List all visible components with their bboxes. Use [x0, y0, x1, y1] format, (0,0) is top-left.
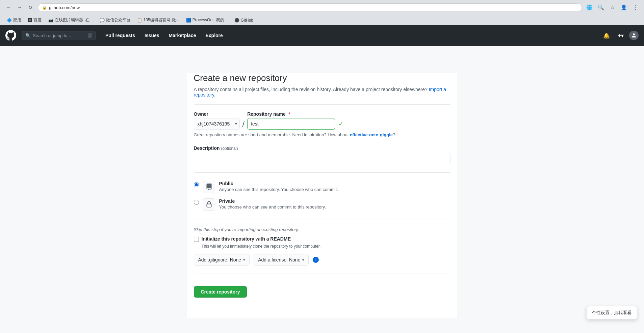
description-section: Description (optional): [194, 145, 450, 164]
init-readme-label: Initialize this repository with a README: [202, 236, 291, 242]
repo-name-input[interactable]: [247, 118, 335, 130]
floating-toast[interactable]: 个性设置，点我看看: [586, 306, 637, 320]
public-icon: [203, 181, 215, 193]
visibility-section: Public Anyone can see this repository. Y…: [194, 181, 450, 211]
owner-repo-row: Owner xhj1074376195 / Repository name *: [194, 111, 450, 130]
repo-name-hint: Great repository names are short and mem…: [194, 132, 450, 137]
private-info: Private You choose who can see and commi…: [219, 198, 326, 210]
private-icon: [203, 198, 215, 211]
search-keyboard-shortcut: /: [88, 33, 92, 38]
header-actions: 🔔 +▾: [600, 31, 639, 40]
private-title: Private: [219, 198, 326, 204]
private-desc: You choose who can see and commit to thi…: [219, 204, 326, 210]
bookmark-135editor[interactable]: 📋 135编辑器官网-微...: [134, 17, 182, 24]
create-repository-button[interactable]: Create repository: [194, 286, 247, 298]
notifications-button[interactable]: 🔔: [600, 31, 613, 40]
nav-issues[interactable]: Issues: [140, 30, 163, 41]
public-desc: Anyone can see this repository. You choo…: [219, 187, 338, 192]
github-header: 🔍 Search or jump to... / Pull requests I…: [0, 25, 644, 46]
page-title: Create a new repository: [194, 73, 450, 83]
license-arrow: ▾: [302, 258, 304, 262]
section-divider-3: [194, 274, 450, 274]
extra-options: Add .gitignore: None ▾ Add a license: No…: [194, 254, 450, 266]
nav-pull-requests[interactable]: Pull requests: [101, 30, 139, 41]
address-text: github.com/new: [49, 5, 577, 10]
new-item-button[interactable]: +▾: [615, 31, 626, 40]
bookmark-baidu[interactable]: 🅱 百度: [25, 17, 44, 24]
owner-label: Owner: [194, 111, 240, 117]
valid-checkmark: ✓: [338, 120, 343, 128]
description-label: Description (optional): [194, 145, 238, 151]
menu-button[interactable]: ⋮: [630, 3, 640, 12]
address-bar[interactable]: 🔒 github.com/new: [38, 3, 582, 12]
skip-text: Skip this step if you're importing an ex…: [194, 227, 450, 232]
translate-button[interactable]: 🌐: [585, 3, 594, 12]
forward-button[interactable]: →: [15, 3, 24, 12]
repo-name-label: Repository name *: [247, 111, 343, 117]
optional-label: (optional): [221, 146, 238, 151]
header-divider: [194, 104, 450, 105]
profile-button[interactable]: 👤: [619, 3, 628, 12]
public-radio[interactable]: [194, 182, 199, 187]
main-content: Create a new repository A repository con…: [120, 46, 525, 333]
license-dropdown[interactable]: Add a license: None ▾: [254, 254, 309, 266]
repo-name-group: Repository name * ✓: [247, 111, 343, 130]
owner-select[interactable]: xhj1074376195: [194, 118, 240, 130]
private-radio[interactable]: [194, 200, 199, 205]
search-bar[interactable]: 🔍 Search or jump to... /: [22, 31, 96, 40]
gitignore-dropdown[interactable]: Add .gitignore: None ▾: [194, 254, 250, 266]
page-subtitle: A repository contains all project files,…: [194, 87, 450, 98]
bookmark-apps[interactable]: 🔷 应用: [4, 17, 24, 24]
owner-repo-section: Owner xhj1074376195 / Repository name *: [194, 111, 450, 137]
back-button[interactable]: ←: [4, 3, 14, 12]
search-placeholder: Search or jump to...: [33, 33, 86, 38]
owner-group: Owner xhj1074376195: [194, 111, 240, 130]
bookmark-photo-editor[interactable]: 📷 在线图片编辑器_在...: [46, 17, 96, 24]
github-logo[interactable]: [5, 30, 16, 41]
init-section: Skip this step if you're importing an ex…: [194, 227, 450, 266]
section-divider-2: [194, 219, 450, 219]
bookmarks-bar: 🔷 应用 🅱 百度 📷 在线图片编辑器_在... 💬 微信公众平台 📋 135编…: [0, 15, 644, 25]
lock-icon: 🔒: [42, 5, 47, 10]
required-indicator: *: [288, 111, 290, 117]
favorite-button[interactable]: ☆: [608, 3, 617, 12]
main-nav: Pull requests Issues Marketplace Explore: [101, 30, 227, 41]
owner-select-wrapper: xhj1074376195: [194, 118, 240, 130]
search-button[interactable]: 🔍: [596, 3, 606, 12]
nav-explore[interactable]: Explore: [201, 30, 227, 41]
gitignore-arrow: ▾: [243, 258, 245, 262]
private-option: Private You choose who can see and commi…: [194, 198, 450, 211]
public-title: Public: [219, 181, 338, 186]
reload-button[interactable]: ↻: [26, 3, 35, 12]
suggestion-link[interactable]: effective-octo-giggle: [350, 132, 393, 137]
create-repo-form-container: Create a new repository A repository con…: [187, 73, 457, 318]
nav-marketplace[interactable]: Marketplace: [165, 30, 200, 41]
section-divider-1: [194, 172, 450, 173]
info-icon[interactable]: i: [313, 257, 319, 263]
search-icon: 🔍: [25, 33, 31, 38]
init-readme-desc: This will let you immediately clone the …: [202, 244, 450, 249]
slash-divider: /: [242, 119, 245, 130]
public-option: Public Anyone can see this repository. Y…: [194, 181, 450, 193]
init-checkbox-row: Initialize this repository with a README: [194, 236, 450, 242]
init-readme-checkbox[interactable]: [194, 237, 199, 242]
user-avatar[interactable]: [629, 31, 639, 40]
description-input[interactable]: [194, 153, 450, 164]
bookmark-github[interactable]: ⚫ GitHub: [232, 17, 256, 23]
bookmark-processon[interactable]: 🟦 ProcessOn - 我的...: [183, 17, 230, 24]
public-info: Public Anyone can see this repository. Y…: [219, 181, 338, 192]
bookmark-wechat[interactable]: 💬 微信公众平台: [97, 17, 133, 24]
